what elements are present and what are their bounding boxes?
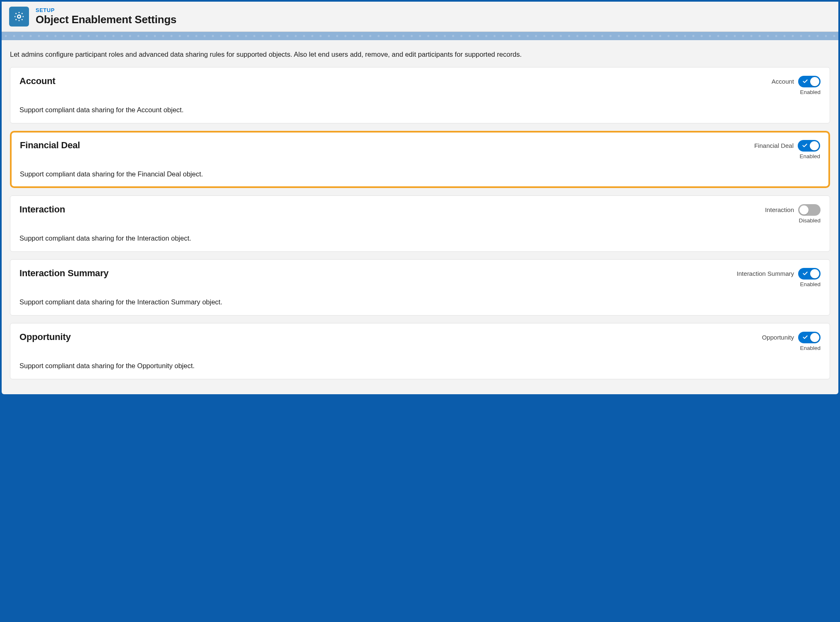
card-title: Interaction Summary [19, 268, 109, 279]
enable-toggle[interactable] [798, 332, 821, 343]
toggle-status: Enabled [800, 89, 821, 95]
enable-toggle[interactable] [798, 140, 820, 152]
check-icon [802, 78, 809, 84]
toggle-knob [810, 77, 819, 86]
check-icon [801, 142, 808, 149]
card-title: Account [19, 76, 56, 87]
toggle-knob [799, 205, 809, 215]
intro-text: Let admins configure participant roles a… [10, 49, 830, 60]
toggle-row: Interaction Summary [737, 268, 821, 280]
toggle-row: Financial Deal [754, 140, 820, 152]
decorative-strip [2, 32, 838, 40]
card-description: Support compliant data sharing for the I… [19, 234, 821, 242]
toggle-label: Financial Deal [754, 142, 794, 149]
toggle-row: Account [772, 76, 821, 87]
card-title: Interaction [19, 204, 65, 215]
enable-toggle[interactable] [798, 204, 821, 216]
settings-card: Interaction SummaryInteraction SummaryEn… [10, 259, 830, 316]
toggle-knob [810, 333, 819, 342]
toggle-status: Disabled [799, 217, 821, 224]
settings-card: OpportunityOpportunityEnabledSupport com… [10, 323, 830, 379]
page-header: SETUP Object Enablement Settings [2, 2, 838, 32]
card-title: Opportunity [19, 332, 71, 342]
card-header-row: Interaction SummaryInteraction SummaryEn… [19, 268, 821, 287]
enable-toggle[interactable] [798, 268, 821, 280]
page-title: Object Enablement Settings [36, 13, 176, 26]
setup-label: SETUP [36, 7, 176, 13]
card-description: Support compliant data sharing for the A… [19, 106, 821, 114]
toggle-row: Opportunity [762, 332, 821, 343]
check-icon [802, 334, 809, 340]
settings-cards-list: AccountAccountEnabledSupport compliant d… [10, 67, 830, 379]
card-title: Financial Deal [20, 140, 80, 151]
toggle-status: Enabled [800, 345, 821, 351]
toggle-group: Interaction SummaryEnabled [737, 268, 821, 287]
toggle-status: Enabled [799, 153, 820, 159]
toggle-status: Enabled [800, 281, 821, 287]
toggle-label: Opportunity [762, 334, 794, 341]
settings-card: Financial DealFinancial DealEnabledSuppo… [10, 131, 830, 188]
card-header-row: InteractionInteractionDisabled [19, 204, 821, 224]
toggle-group: AccountEnabled [772, 76, 821, 95]
card-description: Support compliant data sharing for the F… [20, 170, 820, 178]
card-header-row: OpportunityOpportunityEnabled [19, 332, 821, 351]
toggle-label: Account [772, 78, 794, 85]
toggle-group: Financial DealEnabled [754, 140, 820, 159]
toggle-row: Interaction [765, 204, 821, 216]
gear-icon [9, 7, 29, 27]
card-description: Support compliant data sharing for the I… [19, 298, 821, 306]
card-description: Support compliant data sharing for the O… [19, 362, 821, 370]
toggle-group: InteractionDisabled [765, 204, 821, 224]
toggle-knob [810, 269, 819, 278]
check-icon [802, 270, 809, 277]
card-header-row: AccountAccountEnabled [19, 76, 821, 95]
toggle-group: OpportunityEnabled [762, 332, 821, 351]
card-header-row: Financial DealFinancial DealEnabled [20, 140, 820, 159]
content-area: Let admins configure participant roles a… [2, 40, 838, 389]
toggle-label: Interaction [765, 206, 794, 213]
page-container: SETUP Object Enablement Settings Let adm… [2, 2, 838, 394]
header-text: SETUP Object Enablement Settings [36, 7, 176, 26]
enable-toggle[interactable] [798, 76, 821, 87]
toggle-label: Interaction Summary [737, 270, 794, 277]
settings-card: AccountAccountEnabledSupport compliant d… [10, 67, 830, 123]
svg-point-0 [17, 15, 20, 18]
settings-card: InteractionInteractionDisabledSupport co… [10, 195, 830, 252]
toggle-knob [810, 141, 819, 150]
